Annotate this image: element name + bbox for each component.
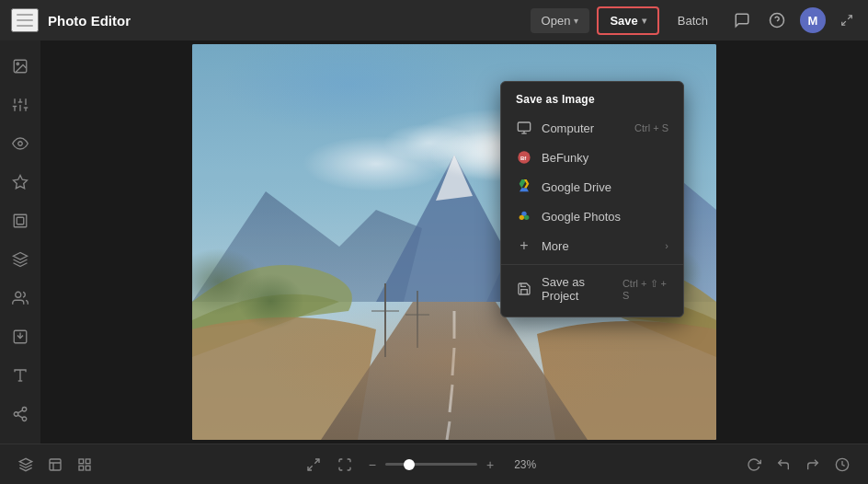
- eye-icon: [12, 135, 29, 152]
- svg-marker-56: [19, 458, 31, 465]
- header-left: Photo Editor: [11, 8, 520, 32]
- more-label: More: [542, 239, 569, 253]
- canvas-area: Save as Image Computer Ctrl + S Bf BeFun…: [40, 40, 868, 444]
- svg-point-26: [14, 412, 18, 417]
- svg-rect-48: [518, 122, 530, 131]
- user-avatar[interactable]: M: [800, 7, 826, 33]
- svg-rect-57: [50, 459, 61, 470]
- save-project-label: Save as Project: [542, 275, 613, 303]
- svg-line-28: [17, 415, 22, 418]
- batch-button[interactable]: Batch: [667, 8, 719, 33]
- sidebar-item-share[interactable]: [4, 398, 37, 431]
- svg-rect-60: [86, 466, 90, 470]
- dropdown-item-more[interactable]: + More ›: [501, 231, 683, 260]
- menu-button[interactable]: [11, 8, 39, 32]
- sidebar-item-eye[interactable]: [4, 127, 37, 160]
- svg-line-29: [17, 410, 22, 413]
- fit-screen-icon: [306, 457, 321, 472]
- svg-rect-17: [14, 214, 27, 227]
- svg-marker-16: [14, 176, 28, 189]
- sidebar-item-text[interactable]: [4, 359, 37, 392]
- dropdown-item-gdrive[interactable]: Google Drive: [501, 172, 683, 202]
- svg-marker-38: [321, 302, 588, 440]
- svg-rect-18: [17, 217, 24, 225]
- share-icon: [12, 406, 29, 422]
- svg-line-42: [447, 421, 450, 440]
- layers-icon: [12, 251, 29, 268]
- sidebar-item-people[interactable]: [4, 282, 37, 315]
- save-button[interactable]: Save ▾: [597, 6, 658, 35]
- save-chevron-icon: ▾: [642, 16, 646, 26]
- gphotos-label: Google Photos: [542, 210, 621, 224]
- overlay-toggle-button[interactable]: [44, 454, 66, 476]
- help-icon-button[interactable]: [765, 8, 789, 32]
- computer-label: Computer: [542, 121, 594, 135]
- dropdown-header: Save as Image: [501, 89, 683, 113]
- history-button[interactable]: [831, 454, 853, 476]
- chat-icon-button[interactable]: [730, 8, 754, 32]
- undo-button[interactable]: [772, 454, 794, 476]
- svg-marker-34: [436, 155, 473, 201]
- people-icon: [12, 290, 29, 306]
- svg-line-63: [308, 466, 313, 470]
- svg-text:Bf: Bf: [520, 156, 527, 161]
- sidebar-item-image[interactable]: [4, 50, 37, 83]
- computer-icon: [516, 120, 532, 136]
- zoom-out-button[interactable]: −: [365, 454, 380, 476]
- reset-icon: [747, 457, 761, 472]
- fit-screen-button[interactable]: [303, 454, 325, 476]
- redo-button[interactable]: [802, 454, 824, 476]
- bottom-left: [15, 454, 96, 476]
- gdrive-icon: [516, 179, 532, 195]
- history-icon: [835, 457, 850, 472]
- dropdown-item-gphotos[interactable]: Google Photos: [501, 202, 683, 231]
- download-icon: [12, 328, 29, 345]
- svg-point-25: [22, 408, 27, 412]
- actual-size-icon: [337, 457, 352, 472]
- redo-icon: [805, 457, 820, 472]
- dropdown-item-save-project[interactable]: Save as Project Ctrl + ⇧ + S: [501, 269, 683, 309]
- befunky-icon: Bf: [516, 149, 532, 166]
- layers-toggle-button[interactable]: [15, 454, 37, 476]
- layers-bottom-icon: [18, 457, 33, 472]
- save-project-icon: [516, 281, 532, 297]
- bottom-center: − + 23%: [96, 454, 743, 476]
- grid-toggle-button[interactable]: [74, 454, 96, 476]
- dropdown-divider: [501, 264, 683, 265]
- more-arrow-icon: ›: [665, 240, 668, 251]
- expand-icon-button[interactable]: [837, 10, 857, 30]
- zoom-slider[interactable]: [385, 463, 477, 466]
- svg-point-5: [17, 63, 18, 64]
- expand-icon: [840, 14, 853, 27]
- sidebar-item-export[interactable]: [4, 320, 37, 353]
- grid-icon: [77, 457, 92, 472]
- svg-rect-61: [79, 466, 84, 470]
- chat-icon: [734, 12, 750, 29]
- sidebar-item-frame[interactable]: [4, 204, 37, 237]
- svg-point-20: [16, 292, 21, 297]
- overlay-icon: [48, 457, 63, 472]
- sidebar-item-adjust[interactable]: [4, 88, 37, 121]
- svg-line-2: [848, 16, 851, 19]
- svg-line-40: [452, 348, 454, 375]
- undo-icon: [776, 457, 791, 472]
- zoom-percent: 23%: [503, 458, 536, 471]
- gdrive-label: Google Drive: [542, 180, 611, 194]
- dropdown-item-computer[interactable]: Computer Ctrl + S: [501, 113, 683, 143]
- sidebar: [0, 40, 40, 444]
- sidebar-item-effects[interactable]: [4, 166, 37, 199]
- svg-line-3: [842, 21, 846, 25]
- actual-size-button[interactable]: [334, 454, 356, 476]
- help-icon: [769, 12, 785, 29]
- save-project-shortcut: Ctrl + ⇧ + S: [622, 278, 668, 301]
- text-icon: [12, 367, 29, 384]
- zoom-in-button[interactable]: +: [483, 454, 497, 476]
- svg-line-62: [314, 459, 319, 464]
- befunky-label: BeFunky: [542, 151, 588, 165]
- redo-alt-button[interactable]: [743, 454, 765, 476]
- dropdown-item-befunky[interactable]: Bf BeFunky: [501, 143, 683, 172]
- open-button[interactable]: Open ▾: [531, 8, 590, 33]
- header-center: Open ▾ Save ▾ Batch: [531, 6, 719, 35]
- sidebar-item-layers[interactable]: [4, 243, 37, 276]
- svg-rect-59: [86, 459, 90, 464]
